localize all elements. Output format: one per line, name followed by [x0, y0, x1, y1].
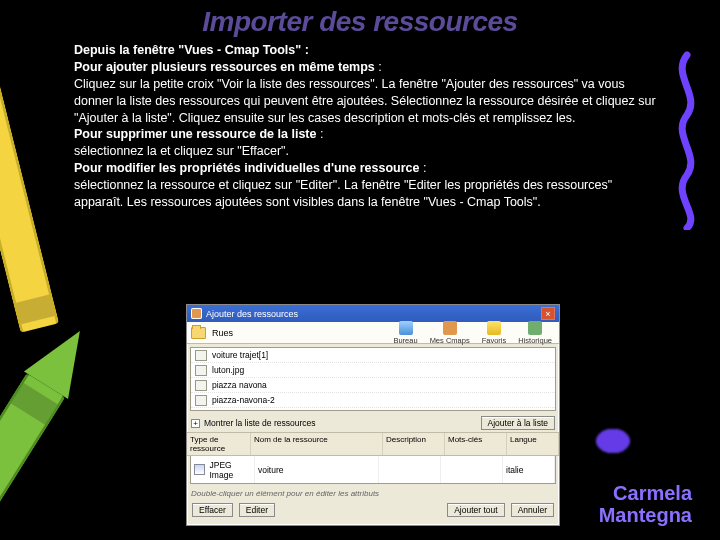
add-to-list-button[interactable]: Ajouter à la liste: [481, 416, 555, 430]
dialog-app-icon: [191, 308, 202, 319]
desktop-icon: [399, 321, 413, 335]
lead-line: Depuis la fenêtre "Vues - Cmap Tools" :: [74, 43, 309, 57]
grid-hint: Double-cliquer un élément pour en éditer…: [187, 484, 559, 500]
subhead-add-many: Pour ajouter plusieurs ressources en mêm…: [74, 60, 375, 74]
history-icon: [528, 321, 542, 335]
purple-swirl-graphic: [666, 50, 708, 230]
jpeg-icon: [194, 464, 205, 475]
add-resources-dialog: Ajouter des ressources × Rues Bureau Mes…: [186, 304, 560, 526]
list-item: piazza navona: [191, 378, 555, 393]
list-item: voiture trajet[1]: [191, 348, 555, 363]
instruction-body: Depuis la fenêtre "Vues - Cmap Tools" : …: [0, 38, 720, 217]
file-icon: [195, 365, 207, 376]
add-all-button[interactable]: Ajouter tout: [447, 503, 504, 517]
file-icon: [195, 350, 207, 361]
cancel-button[interactable]: Annuler: [511, 503, 554, 517]
toolbar-mycmaps[interactable]: Mes Cmaps: [427, 321, 473, 345]
subhead-edit: Pour modifier les propriétés individuell…: [74, 161, 419, 175]
para-add-many: Cliquez sur la petite croix "Voir la lis…: [74, 77, 656, 125]
dialog-buttons: Effacer Editer Ajouter tout Annuler: [187, 500, 559, 520]
dialog-titlebar: Ajouter des ressources ×: [187, 305, 559, 322]
purple-scribble-graphic: [582, 424, 644, 458]
subhead-remove: Pour supprimer une ressource de la liste: [74, 127, 316, 141]
para-remove: sélectionnez la et cliquez sur "Effacer"…: [74, 144, 289, 158]
edit-button[interactable]: Editer: [239, 503, 275, 517]
expand-toggle[interactable]: +: [191, 419, 200, 428]
green-crayon-graphic: [0, 373, 65, 540]
resource-grid-row[interactable]: JPEG Image voiture italie: [190, 456, 556, 484]
expand-label: Montrer la liste de ressources: [204, 418, 316, 428]
toolbar-favorites[interactable]: Favoris: [479, 321, 510, 345]
remove-button[interactable]: Effacer: [192, 503, 233, 517]
toolbar-history[interactable]: Historique: [515, 321, 555, 345]
star-icon: [487, 321, 501, 335]
close-button[interactable]: ×: [541, 307, 555, 320]
file-icon: [195, 395, 207, 406]
expand-row: +Montrer la liste de ressources Ajouter …: [187, 414, 559, 432]
dialog-toolbar: Rues Bureau Mes Cmaps Favoris Historique: [187, 322, 559, 344]
cmaps-icon: [443, 321, 457, 335]
file-icon: [195, 380, 207, 391]
file-list[interactable]: voiture trajet[1] luton.jpg piazza navon…: [190, 347, 556, 411]
toolbar-desktop[interactable]: Bureau: [390, 321, 420, 345]
page-title: Importer des ressources: [0, 0, 720, 38]
resource-grid-header: Type de ressource Nom de la ressource De…: [187, 432, 559, 456]
author-credit: CarmelaMantegna: [599, 482, 692, 526]
list-item: piazza-navona-2: [191, 393, 555, 408]
para-edit: sélectionnez la ressource et cliquez sur…: [74, 178, 612, 209]
list-item: luton.jpg: [191, 363, 555, 378]
dialog-title: Ajouter des ressources: [206, 309, 298, 319]
current-folder: Rues: [212, 328, 233, 338]
folder-icon: [191, 327, 206, 339]
